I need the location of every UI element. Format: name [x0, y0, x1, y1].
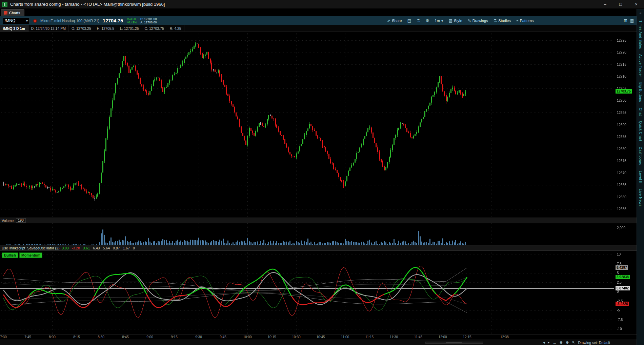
maximize-button[interactable]: □	[613, 0, 628, 8]
time-tick: 10:00	[243, 335, 251, 339]
studies-flask-icon: ⚗	[494, 18, 497, 23]
collapse-sidebar-icon[interactable]: «	[639, 11, 641, 15]
record-icon[interactable]	[33, 19, 37, 23]
time-tick: 10:45	[316, 335, 325, 339]
sidebar-gadget-big-buttons[interactable]: Big Buttons	[639, 82, 643, 102]
oscillator-panel-header[interactable]: UseThinkscript_SavageOscillator (2) 3.93…	[0, 245, 637, 251]
time-tick: 12:00	[438, 335, 447, 339]
charts-tab-label: Charts	[9, 11, 20, 15]
export-icon[interactable]: ▤	[407, 18, 411, 23]
last-price-axis-badge: 12703.75	[616, 89, 632, 94]
tab-strip: Charts	[0, 9, 637, 16]
price-change: +53.50	[126, 17, 137, 21]
chart-symbol-info: /MNQ 3 D 1m	[0, 25, 28, 32]
time-axis[interactable]: 7:307:458:008:158:308:459:009:159:309:45…	[0, 334, 637, 340]
study-value: 6.43	[93, 246, 100, 250]
oscillator-chart-panel: Bullish Momentum 6.42973.928380.87402-3.…	[0, 251, 637, 334]
maximize-chart-icon[interactable]: ▦	[630, 18, 634, 23]
time-tick: 11:00	[341, 335, 349, 339]
volume-chart-panel	[0, 223, 637, 245]
time-tick: 10:30	[292, 335, 300, 339]
pan-icon[interactable]: ↔	[553, 341, 557, 345]
symbol-input[interactable]: /MNQ ▾	[3, 18, 30, 24]
style-button[interactable]: ▨ Style	[449, 18, 462, 23]
volume-current-value: 190	[16, 218, 26, 223]
time-tick: 9:15	[171, 335, 177, 339]
oscillator-axis-badge: 0.87402	[616, 286, 630, 290]
price-chart-canvas[interactable]	[0, 32, 637, 218]
time-tick: 11:15	[365, 335, 374, 339]
time-tick: 9:30	[195, 335, 202, 339]
time-tick: 10:15	[267, 335, 276, 339]
symbol-text: /MNQ	[5, 18, 15, 23]
time-tick: 7:45	[24, 335, 31, 339]
layout-grid-icon[interactable]: ⊞	[624, 18, 627, 23]
sidebar-gadget-chat[interactable]: Chat	[639, 108, 643, 116]
sidebar-gadget-times-and-sales[interactable]: Times And Sales	[639, 20, 643, 49]
oscillator-axis-badge: 6.4297	[616, 265, 628, 270]
volume-label: Volume	[2, 219, 14, 223]
bid-value: B: 12701.00	[140, 17, 157, 21]
study-name: UseThinkscript_SavageOscillator (2)	[2, 246, 59, 250]
minimize-button[interactable]: –	[597, 0, 613, 8]
symbol-toolbar: /MNQ ▾ Micro E-mini Nasdaq-100 (MAR 21) …	[0, 16, 637, 25]
timeframe-button[interactable]: 1m ▾	[435, 18, 443, 23]
drawings-button[interactable]: ✎ Drawings	[468, 18, 488, 23]
title-bar: Charts from shared config - tamario - <T…	[0, 0, 644, 9]
price-change-pct: +0.42%	[126, 21, 137, 24]
zoom-out-icon[interactable]: ⊖	[566, 340, 569, 345]
bar-high: H: 12705.5	[94, 25, 117, 32]
sidebar-gadget-active-trader[interactable]: Active Trader	[639, 54, 643, 77]
last-price: 12704.75	[103, 18, 123, 23]
sidebar-gadget-level-ii[interactable]: Level II	[639, 171, 643, 183]
share-icon: ⇗	[387, 18, 390, 23]
oscillator-axis-badge: 3.92838	[616, 275, 630, 279]
time-tick: 12:15	[463, 335, 471, 339]
time-tick: 12:38	[500, 335, 509, 339]
tab-charts[interactable]: Charts	[1, 9, 24, 16]
sidebar-gadget-quick-chart[interactable]: Quick Chart	[639, 121, 643, 141]
analyze-icon[interactable]: ⚗	[417, 18, 420, 23]
close-button[interactable]: ×	[628, 0, 644, 8]
time-tick: 11:30	[390, 335, 398, 339]
patterns-button[interactable]: ≈ Patterns	[516, 18, 534, 23]
gadget-sidebar: « Times And SalesActive TraderBig Button…	[637, 9, 644, 345]
time-tick: 8:15	[73, 335, 80, 339]
bar-range: R: 4.25	[167, 25, 184, 32]
volume-panel-header[interactable]: Volume 190	[0, 218, 637, 223]
thinkorswim-app-icon	[2, 2, 7, 7]
price-chart-panel: 12703.75	[0, 32, 637, 218]
time-tick: 7:30	[0, 335, 6, 339]
bar-open: O: 12703.25	[69, 25, 94, 32]
charts-tab-icon	[4, 11, 7, 15]
drawing-set-selector[interactable]: Drawing set: Default	[578, 341, 610, 345]
scroll-right-icon[interactable]: ▸	[548, 340, 550, 345]
share-button[interactable]: ⇗ Share	[387, 18, 402, 23]
h-scrollbar[interactable]	[425, 342, 483, 344]
volume-chart-canvas[interactable]	[0, 223, 637, 245]
status-bar: ◂ ▸ ↔ ⊕ ⊖ ↖ Drawing set: Default	[0, 340, 637, 345]
ohlc-info-bar: /MNQ 3 D 1m D: 12/24/20 12:14 PM O: 1270…	[0, 25, 637, 32]
study-value: 5.64	[103, 246, 110, 250]
time-tick: 11:45	[414, 335, 422, 339]
h-scrollbar-thumb[interactable]	[446, 342, 462, 343]
zoom-in-icon[interactable]: ⊕	[560, 340, 563, 345]
settings-gear-icon[interactable]: ⚙	[426, 18, 429, 23]
studies-button[interactable]: ⚗ Studies	[494, 18, 511, 23]
bar-close: C: 12703.75	[142, 25, 167, 32]
oscillator-chart-canvas[interactable]	[0, 251, 637, 334]
ask-value: A: 12706.00	[140, 21, 157, 24]
time-tick: 9:45	[220, 335, 226, 339]
sidebar-gadget-dashboard[interactable]: Dashboard	[639, 147, 643, 165]
study-value: -3.28	[72, 246, 80, 250]
momentum-badge: Momentum	[19, 252, 42, 258]
patterns-icon: ≈	[516, 18, 519, 23]
sidebar-gadget-live-news[interactable]: Live News	[639, 189, 643, 206]
bullish-badge: Bullish	[2, 252, 18, 258]
time-tick: 9:00	[146, 335, 153, 339]
chevron-down-icon: ▾	[26, 19, 28, 23]
cursor-icon[interactable]: ↖	[572, 340, 575, 345]
study-value: 1.67	[123, 246, 130, 250]
scroll-left-icon[interactable]: ◂	[543, 340, 545, 345]
symbol-description: Micro E-mini Nasdaq-100 (MAR 21)	[40, 19, 99, 23]
